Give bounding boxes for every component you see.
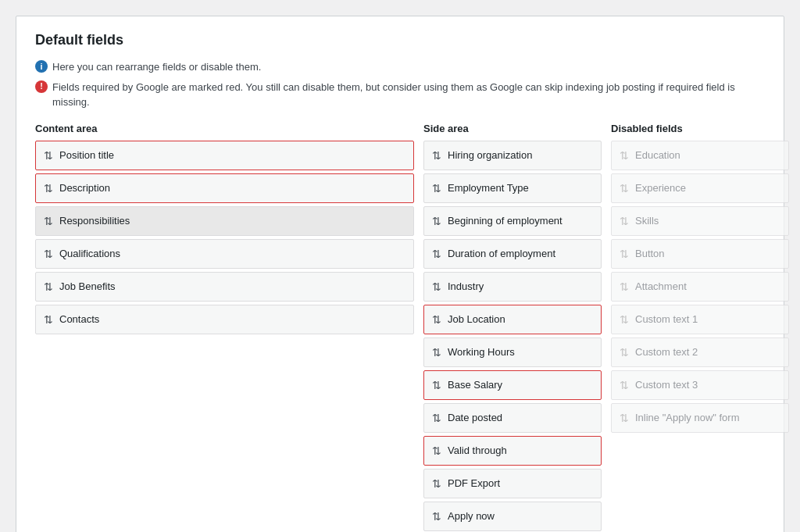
disabled-fields-column: ⇅Education⇅Experience⇅Skills⇅Button⇅Atta…: [611, 141, 789, 433]
sort-icon: ⇅: [432, 150, 441, 161]
field-label: Attachment: [635, 280, 687, 292]
sort-icon: ⇅: [620, 183, 629, 194]
disabled-fields-header: Disabled fields: [611, 123, 789, 134]
side-area-column: ⇅Hiring organization⇅Employment Type⇅Beg…: [423, 141, 602, 531]
panel-title: Default fields: [35, 32, 765, 48]
content-area-column: ⇅Position title⇅Description⇅Responsibili…: [35, 141, 414, 334]
sort-icon: ⇅: [432, 478, 441, 489]
content-field-item[interactable]: ⇅Responsibilities: [35, 206, 414, 236]
field-label: Responsibilities: [59, 215, 130, 227]
sort-icon: ⇅: [620, 150, 629, 161]
side-field-item[interactable]: ⇅Hiring organization: [423, 141, 602, 170]
side-field-item[interactable]: ⇅Date posted: [423, 403, 602, 433]
columns-body: ⇅Position title⇅Description⇅Responsibili…: [35, 141, 765, 531]
sort-icon: ⇅: [432, 412, 441, 423]
warning-icon: !: [35, 80, 48, 93]
field-label: Job Benefits: [59, 280, 116, 292]
side-field-item[interactable]: ⇅Duration of employment: [423, 239, 602, 269]
sort-icon: ⇅: [620, 248, 629, 259]
sort-icon: ⇅: [432, 248, 441, 259]
content-field-item[interactable]: ⇅Position title: [35, 141, 414, 170]
field-label: Skills: [635, 215, 659, 227]
disabled-field-item[interactable]: ⇅Custom text 1: [611, 305, 789, 334]
field-label: Apply now: [448, 510, 495, 522]
notice-info-text: Here you can rearrange fields or disable…: [52, 59, 261, 75]
field-label: Experience: [635, 182, 686, 194]
sort-icon: ⇅: [620, 216, 629, 227]
field-label: Working Hours: [448, 346, 515, 358]
field-label: Beginning of employment: [448, 215, 562, 227]
disabled-field-item[interactable]: ⇅Inline "Apply now" form: [611, 403, 789, 433]
disabled-field-item[interactable]: ⇅Education: [611, 141, 789, 170]
side-field-item[interactable]: ⇅Employment Type: [423, 173, 602, 203]
field-label: Button: [635, 248, 665, 259]
content-field-item[interactable]: ⇅Contacts: [35, 305, 414, 334]
info-icon: i: [35, 60, 48, 73]
side-field-item[interactable]: ⇅Apply now: [423, 502, 602, 531]
notice-warning-text: Fields required by Google are marked red…: [52, 80, 765, 110]
sort-icon: ⇅: [44, 183, 53, 194]
side-field-item[interactable]: ⇅Industry: [423, 272, 602, 302]
side-field-item[interactable]: ⇅Beginning of employment: [423, 206, 602, 236]
disabled-field-item[interactable]: ⇅Skills: [611, 206, 789, 236]
field-label: Custom text 1: [635, 313, 698, 325]
side-field-item[interactable]: ⇅Job Location: [423, 305, 602, 334]
sort-icon: ⇅: [44, 216, 53, 227]
field-label: Description: [59, 182, 110, 194]
sort-icon: ⇅: [432, 314, 441, 325]
field-label: Education: [635, 149, 680, 161]
content-field-item[interactable]: ⇅Job Benefits: [35, 272, 414, 302]
sort-icon: ⇅: [620, 347, 629, 358]
side-area-header: Side area: [423, 123, 602, 134]
sort-icon: ⇅: [432, 380, 441, 391]
sort-icon: ⇅: [44, 150, 53, 161]
disabled-field-item[interactable]: ⇅Experience: [611, 173, 789, 203]
sort-icon: ⇅: [620, 314, 629, 325]
side-field-item[interactable]: ⇅Base Salary: [423, 370, 602, 400]
field-label: Hiring organization: [448, 149, 532, 161]
field-label: Valid through: [448, 445, 507, 456]
field-label: Custom text 2: [635, 346, 698, 358]
sort-icon: ⇅: [620, 412, 629, 423]
side-field-item[interactable]: ⇅PDF Export: [423, 469, 602, 498]
sort-icon: ⇅: [620, 380, 629, 391]
side-field-item[interactable]: ⇅Valid through: [423, 436, 602, 466]
field-label: Base Salary: [448, 379, 502, 391]
field-label: Date posted: [448, 412, 502, 423]
notice-info: i Here you can rearrange fields or disab…: [35, 59, 765, 75]
sort-icon: ⇅: [620, 281, 629, 292]
sort-icon: ⇅: [432, 281, 441, 292]
field-label: Contacts: [59, 313, 99, 325]
disabled-field-item[interactable]: ⇅Custom text 3: [611, 370, 789, 400]
default-fields-panel: Default fields i Here you can rearrange …: [16, 16, 784, 532]
content-field-item[interactable]: ⇅Description: [35, 173, 414, 203]
content-area-header: Content area: [35, 123, 414, 134]
sort-icon: ⇅: [432, 216, 441, 227]
notice-warning: ! Fields required by Google are marked r…: [35, 80, 765, 110]
sort-icon: ⇅: [44, 314, 53, 325]
field-label: Position title: [59, 149, 114, 161]
disabled-field-item[interactable]: ⇅Button: [611, 239, 789, 269]
sort-icon: ⇅: [432, 445, 441, 456]
field-label: Custom text 3: [635, 379, 698, 391]
field-label: Duration of employment: [448, 248, 555, 259]
field-label: Employment Type: [448, 182, 529, 194]
sort-icon: ⇅: [44, 281, 53, 292]
content-field-item[interactable]: ⇅Qualifications: [35, 239, 414, 269]
field-label: Qualifications: [59, 248, 120, 259]
field-label: Job Location: [448, 313, 505, 325]
disabled-field-item[interactable]: ⇅Custom text 2: [611, 337, 789, 367]
field-label: PDF Export: [448, 477, 500, 489]
disabled-field-item[interactable]: ⇅Attachment: [611, 272, 789, 302]
field-label: Industry: [448, 280, 484, 292]
sort-icon: ⇅: [432, 511, 441, 522]
sort-icon: ⇅: [44, 248, 53, 259]
columns-header: Content area Side area Disabled fields: [35, 123, 765, 134]
field-label: Inline "Apply now" form: [635, 412, 740, 423]
sort-icon: ⇅: [432, 347, 441, 358]
sort-icon: ⇅: [432, 183, 441, 194]
side-field-item[interactable]: ⇅Working Hours: [423, 337, 602, 367]
